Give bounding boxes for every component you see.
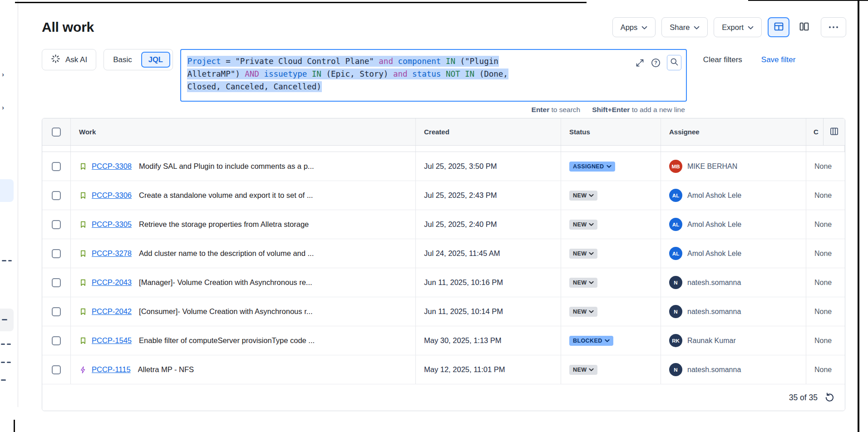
chevron-down-icon bbox=[589, 281, 594, 285]
column-header-created[interactable]: Created bbox=[416, 118, 561, 145]
sidebar-item-fragment bbox=[7, 344, 11, 345]
apps-button[interactable]: Apps bbox=[612, 17, 656, 37]
issue-key-link[interactable]: PCCP-3308 bbox=[92, 162, 132, 171]
issue-summary[interactable]: [Consumer]- Volume Creation with Asynchr… bbox=[139, 307, 312, 316]
created-date: Jul 25, 2025, 2:40 PM bbox=[424, 220, 497, 229]
apps-button-label: Apps bbox=[621, 23, 638, 32]
status-badge[interactable]: NEW bbox=[569, 365, 597, 375]
select-row-checkbox[interactable] bbox=[52, 249, 61, 258]
export-button-label: Export bbox=[722, 23, 744, 32]
basic-mode-tab[interactable]: Basic bbox=[104, 55, 141, 64]
detail-view-button[interactable] bbox=[793, 17, 815, 37]
select-row-checkbox[interactable] bbox=[52, 191, 61, 200]
chevron-right-icon[interactable]: › bbox=[2, 103, 4, 111]
clear-filters-button[interactable]: Clear filters bbox=[703, 55, 742, 64]
column-header-assignee[interactable]: Assignee bbox=[661, 118, 806, 145]
assignee-name[interactable]: Amol Ashok Lele bbox=[687, 191, 741, 200]
column-header-status[interactable]: Status bbox=[561, 118, 661, 145]
status-badge[interactable]: BLOCKED bbox=[569, 336, 613, 346]
share-button[interactable]: Share bbox=[661, 17, 708, 37]
issue-key-link[interactable]: PCCP-2043 bbox=[92, 278, 132, 287]
column-header-truncated-label[interactable]: C bbox=[806, 118, 823, 145]
select-row-checkbox[interactable] bbox=[52, 307, 61, 316]
select-row-checkbox[interactable] bbox=[52, 220, 61, 229]
created-date: Jul 25, 2025, 2:43 PM bbox=[424, 191, 497, 200]
chevron-down-icon bbox=[748, 26, 754, 30]
extra-column-value: None bbox=[814, 191, 832, 200]
issue-key-link[interactable]: PCCP-2042 bbox=[92, 307, 132, 316]
assignee-name[interactable]: natesh.somanna bbox=[687, 279, 741, 287]
assignee-name[interactable]: Raunak Kumar bbox=[687, 337, 736, 345]
ask-ai-button[interactable]: Ask AI bbox=[42, 49, 96, 70]
status-badge[interactable]: ASSIGNED bbox=[569, 162, 615, 172]
epic-icon bbox=[79, 366, 87, 374]
help-icon[interactable]: ? bbox=[651, 58, 661, 68]
issue-summary[interactable]: Create a standalone volume and export it… bbox=[139, 191, 313, 200]
issue-summary[interactable]: Modify SAL and Plugin to include comment… bbox=[139, 162, 314, 171]
assignee-name[interactable]: Amol Ashok Lele bbox=[687, 221, 741, 229]
jql-mode-tab[interactable]: JQL bbox=[141, 52, 170, 68]
status-badge[interactable]: NEW bbox=[569, 220, 597, 230]
sidebar-item-fragment bbox=[8, 260, 12, 261]
issue-key-link[interactable]: PCCP-3278 bbox=[92, 249, 132, 258]
issue-summary[interactable]: Alletra MP - NFS bbox=[138, 365, 194, 374]
select-row-checkbox[interactable] bbox=[52, 278, 61, 287]
assignee-name[interactable]: natesh.somanna bbox=[687, 366, 741, 374]
chevron-down-icon bbox=[641, 26, 647, 30]
refresh-icon[interactable] bbox=[824, 392, 835, 403]
jql-line: AlletraMP") AND issuetype IN (Epic, Stor… bbox=[187, 68, 618, 80]
search-button[interactable] bbox=[667, 55, 681, 70]
extra-column-value: None bbox=[814, 308, 832, 316]
sidebar-item-fragment-selected[interactable] bbox=[0, 179, 14, 202]
jql-query-input[interactable]: Project = "Private Cloud Control Plane" … bbox=[180, 49, 687, 102]
issue-summary[interactable]: [Manager]- Volume Creation with Asynchro… bbox=[139, 278, 312, 287]
chevron-down-icon bbox=[589, 252, 594, 255]
chevron-down-icon bbox=[607, 165, 612, 168]
column-header-work[interactable]: Work bbox=[71, 118, 416, 145]
jql-line: Project = "Private Cloud Control Plane" … bbox=[187, 55, 618, 68]
chevron-down-icon bbox=[589, 368, 594, 372]
story-icon bbox=[79, 308, 87, 316]
export-button[interactable]: Export bbox=[714, 17, 762, 37]
select-all-checkbox[interactable] bbox=[52, 128, 61, 137]
save-filter-button[interactable]: Save filter bbox=[761, 55, 796, 64]
issue-key-link[interactable]: PCCP-3305 bbox=[92, 220, 132, 229]
table-row: PCCP-3305Retrieve the storage properties… bbox=[42, 210, 845, 239]
created-date: Jul 25, 2025, 3:50 PM bbox=[424, 162, 497, 171]
select-row-checkbox[interactable] bbox=[52, 365, 61, 374]
configure-columns-button[interactable] bbox=[823, 118, 845, 145]
created-date: Jun 11, 2025, 10:14 PM bbox=[424, 307, 503, 316]
table-view-button[interactable] bbox=[768, 17, 789, 37]
select-row-checkbox[interactable] bbox=[52, 336, 61, 345]
issue-key-link[interactable]: PCCP-1115 bbox=[92, 365, 131, 374]
assignee-name[interactable]: natesh.somanna bbox=[687, 308, 741, 316]
expand-editor-icon[interactable] bbox=[635, 58, 645, 68]
extra-column-value: None bbox=[814, 221, 832, 229]
issue-summary[interactable]: Add cluster name to the description of v… bbox=[139, 249, 314, 258]
status-badge[interactable]: NEW bbox=[569, 191, 597, 201]
more-icon bbox=[829, 26, 831, 28]
status-badge[interactable]: NEW bbox=[569, 278, 597, 288]
status-badge[interactable]: NEW bbox=[569, 307, 597, 317]
issue-summary[interactable]: Enable filter of computeServer provision… bbox=[139, 336, 315, 345]
issue-key-link[interactable]: PCCP-3306 bbox=[92, 191, 132, 200]
status-badge[interactable]: NEW bbox=[569, 249, 597, 259]
chevron-right-icon[interactable]: › bbox=[2, 70, 4, 78]
more-options-button[interactable] bbox=[821, 17, 846, 37]
select-row-checkbox[interactable] bbox=[52, 162, 61, 171]
issue-key-link[interactable]: PCCP-1545 bbox=[92, 336, 132, 345]
partially-scrolled-row bbox=[42, 146, 845, 152]
avatar: AL bbox=[669, 247, 682, 260]
table-row: PCCP-3308Modify SAL and Plugin to includ… bbox=[42, 152, 845, 181]
filter-links: Clear filters Save filter bbox=[703, 49, 796, 64]
assignee-name[interactable]: Amol Ashok Lele bbox=[687, 250, 741, 258]
assignee-name[interactable]: MIKE BERHAN bbox=[687, 162, 737, 171]
created-date: May 30, 2025, 1:13 PM bbox=[424, 336, 502, 345]
avatar: N bbox=[669, 363, 682, 376]
issue-summary[interactable]: Retrieve the storage properties from All… bbox=[139, 220, 309, 229]
hint-shift-text: to add a new line bbox=[630, 106, 685, 113]
window-edge-right bbox=[858, 0, 859, 432]
sidebar-item-fragment bbox=[1, 344, 5, 345]
story-icon bbox=[79, 337, 87, 345]
columns-icon bbox=[829, 126, 839, 138]
